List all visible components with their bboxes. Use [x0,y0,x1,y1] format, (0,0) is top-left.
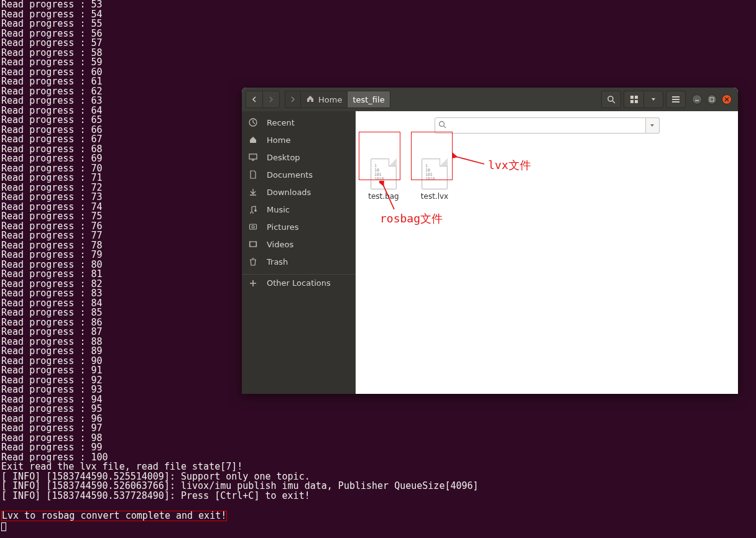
breadcrumb: Home test_file [285,91,390,108]
svg-point-14 [254,209,257,212]
terminal-highlight: Lvx to rosbag convert complete and exit! [1,511,227,522]
sidebar-item-label: Downloads [267,188,311,197]
home-icon [306,94,315,105]
close-button[interactable] [722,94,732,104]
sidebar-item-downloads[interactable]: Downloads [242,183,356,201]
file-item-lvx[interactable]: 1101011010 test.lvx [413,158,456,201]
minimize-button[interactable] [692,94,702,104]
desktop-icon [248,153,258,162]
search-icon [438,121,446,130]
sidebar-item-label: Trash [267,257,288,267]
sidebar-item-label: Recent [267,118,295,127]
music-icon [248,205,258,214]
terminal-cursor [1,522,6,531]
breadcrumb-home-label: Home [318,95,342,104]
svg-rect-6 [672,96,680,98]
file-name: test.lvx [413,192,456,201]
svg-rect-7 [672,99,680,100]
sidebar: Recent Home Desktop Documents Downloads … [242,111,356,394]
sidebar-item-label: Pictures [267,222,298,232]
svg-rect-3 [635,96,638,99]
search-input[interactable] [435,117,646,134]
sidebar-item-documents[interactable]: Documents [242,166,356,183]
sidebar-item-label: Documents [267,170,313,180]
sidebar-item-music[interactable]: Music [242,201,356,218]
sidebar-item-label: Other Locations [267,278,331,288]
svg-line-19 [443,126,446,129]
sidebar-item-home[interactable]: Home [242,131,356,148]
plus-icon [248,279,258,288]
sidebar-item-desktop[interactable]: Desktop [242,148,356,166]
file-manager-window: Home test_file Recent [242,88,738,394]
doc-icon [248,170,258,179]
sidebar-item-label: Videos [267,240,293,249]
view-grid-button[interactable] [624,91,643,108]
svg-point-0 [608,96,613,101]
breadcrumb-home[interactable]: Home [300,91,347,108]
svg-rect-13 [252,160,254,161]
nav-back-button[interactable] [246,91,262,108]
file-name: test.bag [362,192,405,201]
sidebar-item-trash[interactable]: Trash [242,253,356,270]
svg-rect-17 [250,242,257,247]
file-icon: 1101011010 [422,158,448,189]
download-icon [248,188,258,196]
svg-point-16 [252,226,254,228]
svg-rect-5 [635,100,638,103]
svg-point-18 [439,122,444,127]
svg-rect-2 [630,96,634,99]
sidebar-item-recent[interactable]: Recent [242,114,356,131]
sidebar-item-label: Desktop [267,153,300,162]
svg-rect-8 [672,101,680,103]
sidebar-item-videos[interactable]: Videos [242,235,356,253]
file-icon: 1101011010 [371,158,397,189]
view-dropdown-button[interactable] [643,91,663,108]
sidebar-item-label: Music [267,205,290,214]
sidebar-item-label: Home [267,135,290,145]
maximize-button[interactable] [707,94,717,104]
nav-forward-button[interactable] [262,91,280,108]
file-item-bag[interactable]: 1101011010 test.bag [362,158,405,201]
svg-rect-12 [249,154,257,159]
svg-rect-15 [250,224,257,229]
svg-rect-9 [695,100,699,101]
sidebar-item-pictures[interactable]: Pictures [242,218,356,235]
sidebar-item-other-locations[interactable]: Other Locations [242,274,356,288]
svg-rect-4 [630,100,634,103]
trash-icon [248,257,258,266]
file-view: 1101011010 test.bag 1101011010 test.lvx [356,111,738,394]
breadcrumb-sep-icon[interactable] [285,91,300,108]
picture-icon [248,222,258,231]
svg-line-1 [612,101,615,103]
svg-rect-10 [710,98,714,101]
search-button[interactable] [601,91,621,108]
menu-button[interactable] [666,91,686,108]
titlebar: Home test_file [242,88,738,111]
home-icon [248,135,258,144]
search-dropdown-button[interactable] [646,117,660,134]
breadcrumb-current[interactable]: test_file [347,91,390,108]
clock-icon [248,118,258,127]
video-icon [248,240,258,248]
